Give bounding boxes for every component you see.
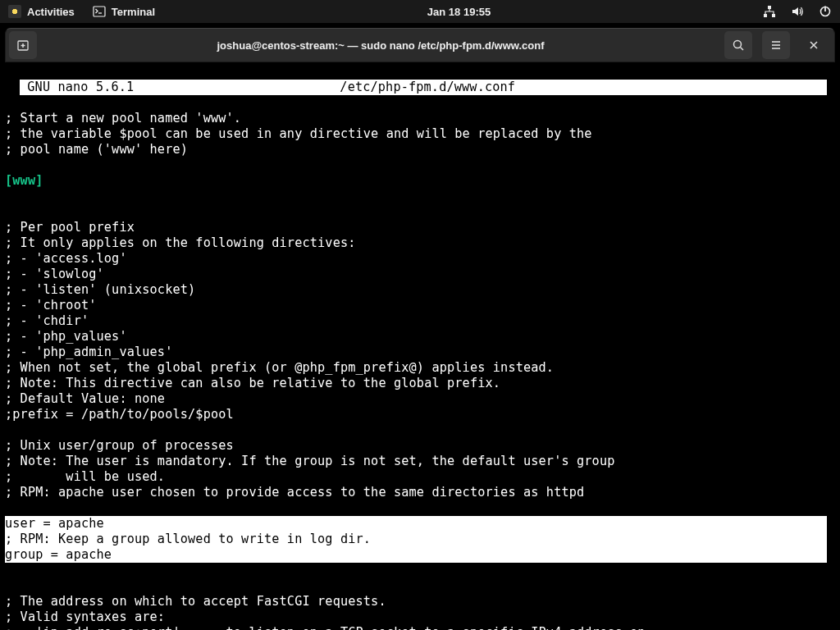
new-tab-button[interactable] — [9, 31, 37, 59]
terminal-icon — [93, 5, 106, 18]
close-icon — [807, 39, 820, 52]
svg-rect-3 — [764, 14, 767, 17]
window-titlebar: joshua@centos-stream:~ — sudo nano /etc/… — [5, 28, 835, 62]
search-button[interactable] — [724, 31, 752, 59]
editor-selection: user = apache ; RPM: Keep a group allowe… — [5, 516, 827, 563]
svg-rect-4 — [772, 14, 775, 17]
close-button[interactable] — [800, 31, 828, 59]
volume-icon — [791, 5, 804, 18]
terminal-content[interactable]: GNU nano 5.6.1 /etc/php-fpm.d/www.conf ;… — [5, 62, 835, 630]
editor-body: ; The address on which to accept FastCGI… — [5, 578, 835, 630]
menu-button[interactable] — [762, 31, 790, 59]
window-title: joshua@centos-stream:~ — sudo nano /etc/… — [40, 39, 721, 52]
app-menu-button[interactable]: Terminal — [93, 5, 155, 18]
activities-label: Activities — [27, 6, 75, 18]
activities-button[interactable]: Activities — [8, 5, 75, 18]
activities-icon — [8, 5, 21, 18]
system-tray[interactable] — [763, 5, 832, 18]
section-header: [www] — [5, 173, 835, 189]
hamburger-icon — [769, 39, 783, 52]
network-icon — [763, 5, 776, 18]
power-icon — [819, 5, 832, 18]
svg-rect-0 — [94, 7, 105, 16]
new-tab-icon — [16, 39, 30, 52]
editor-body: ; Start a new pool named 'www'. ; the va… — [5, 111, 835, 158]
editor-body: ; Per pool prefix ; It only applies on t… — [5, 204, 835, 500]
app-menu-label: Terminal — [112, 6, 155, 18]
svg-rect-2 — [768, 6, 771, 9]
clock[interactable]: Jan 18 19:55 — [155, 6, 763, 18]
nano-header: GNU nano 5.6.1 /etc/php-fpm.d/www.conf — [20, 80, 827, 95]
svg-line-11 — [741, 48, 744, 51]
svg-point-10 — [734, 41, 742, 48]
gnome-topbar: Activities Terminal Jan 18 19:55 — [0, 0, 840, 23]
search-icon — [732, 39, 745, 52]
